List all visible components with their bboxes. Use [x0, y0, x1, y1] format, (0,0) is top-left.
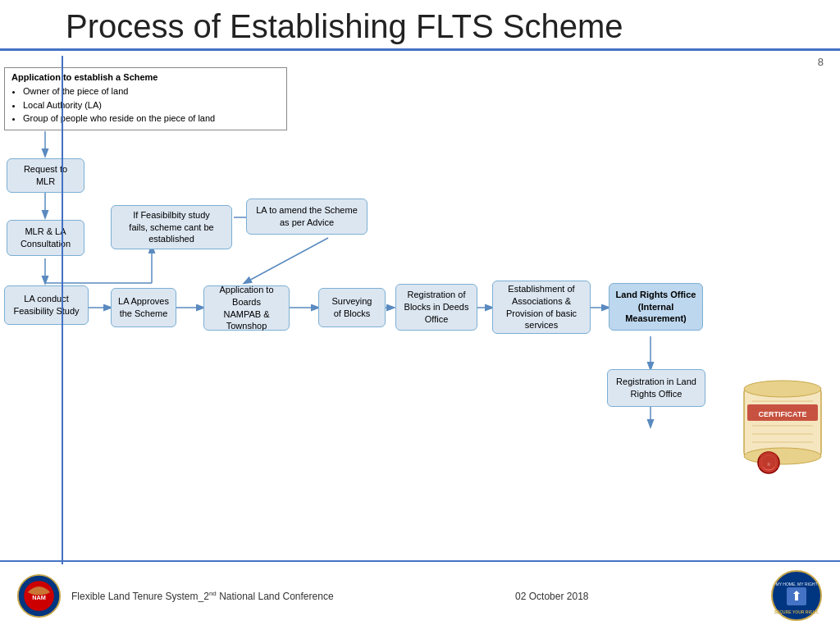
flow-area: Request to MLR MLR & LA Consultation LA …: [0, 131, 840, 556]
svg-point-16: [744, 381, 821, 397]
request-mlr-box: Request to MLR: [7, 158, 84, 193]
footer-left: NAM Flexible Land Tenure System_2nd Nati…: [16, 573, 334, 619]
svg-text:NAM: NAM: [32, 594, 46, 601]
svg-text:MY HOME, MY RIGHT: MY HOME, MY RIGHT: [776, 582, 818, 587]
page-title: Process of Establishing FLTS Scheme: [0, 0, 840, 51]
certificate-icon: CERTIFICATE ★: [737, 377, 828, 479]
vertical-line-left: [62, 56, 63, 564]
secure-your-right-logo: MY HOME, MY RIGHT SECURE YOUR RIGHT.: [770, 569, 824, 623]
slide-number: 8: [818, 56, 824, 68]
footer: NAM Flexible Land Tenure System_2nd Nati…: [0, 560, 840, 630]
registration-land-box: Registration in Land Rights Office: [607, 369, 705, 407]
establishment-box: Establishment of Associations & Provisio…: [492, 281, 591, 334]
footer-date: 02 October 2018: [515, 591, 588, 602]
svg-rect-15: [744, 389, 821, 456]
application-box: Application to establish a Scheme Owner …: [4, 67, 287, 130]
la-amend-box: LA to amend the Scheme as per Advice: [246, 199, 368, 235]
application-title: Application to establish a Scheme: [11, 72, 280, 82]
mlr-la-box: MLR & LA Consultation: [7, 220, 84, 256]
la-approves-box: LA Approves the Scheme: [111, 288, 176, 327]
namibia-coat-of-arms: NAM: [16, 573, 62, 619]
svg-line-12: [244, 238, 328, 283]
svg-text:SECURE YOUR RIGHT.: SECURE YOUR RIGHT.: [774, 609, 819, 614]
registration-blocks-box: Registration of Blocks in Deeds Office: [395, 284, 477, 331]
feasibility-fail-box: If Feasibilbity study fails, scheme cant…: [111, 205, 232, 249]
arrows-svg: [0, 131, 840, 556]
certificate-area: CERTIFICATE ★: [733, 374, 832, 481]
svg-point-17: [744, 448, 821, 464]
la-conduct-box: LA conduct Feasibility Study: [4, 285, 89, 325]
application-boards-box: Application to Boards NAMPAB & Townshop: [203, 285, 290, 331]
application-list: Owner of the piece of land Local Authori…: [11, 84, 280, 126]
land-rights-box: Land Rights Office (Internal Measurement…: [609, 283, 703, 331]
surveying-box: Surveying of Blocks: [318, 288, 386, 327]
svg-text:CERTIFICATE: CERTIFICATE: [759, 410, 807, 418]
footer-presentation-text: Flexible Land Tenure System_2nd National…: [71, 590, 334, 602]
